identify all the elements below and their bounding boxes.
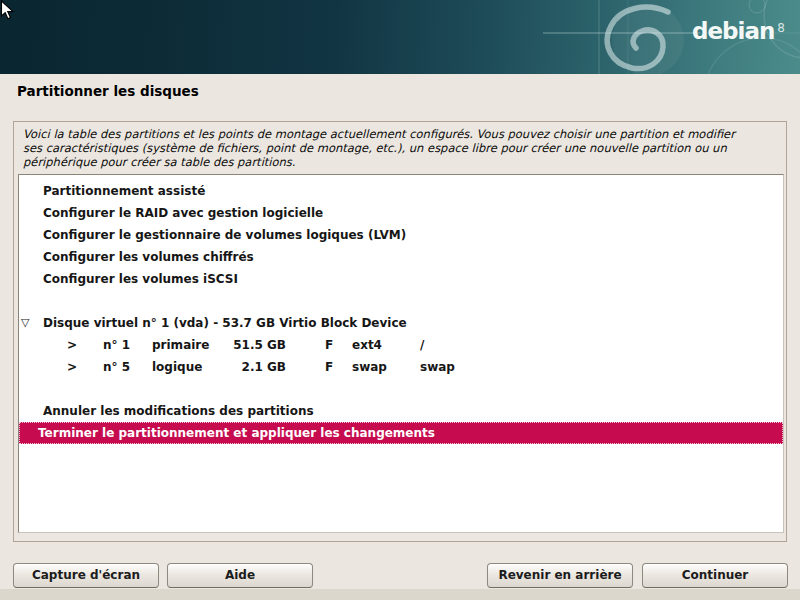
partition-marker-icon: > [67,356,77,378]
mouse-cursor-icon [0,0,16,22]
partition-mountpoint: swap [420,356,455,378]
help-button[interactable]: Aide [167,563,313,588]
go-back-button[interactable]: Revenir en arrière [487,563,633,588]
debian-wordmark: debian8 [692,18,785,44]
partition-number: n° 1 [103,334,130,356]
screenshot-button[interactable]: Capture d'écran [13,563,159,588]
page-title: Partitionner les disques [17,83,199,99]
brand-name: debian [692,18,774,44]
debian-swirl-icon [607,4,684,74]
partition-row-2[interactable]: > n° 5 logique 2.1 GB F swap swap [19,356,783,378]
partition-listbox[interactable]: Partitionnement assisté Configurer le RA… [18,174,784,533]
decorative-ring-small [749,0,765,13]
list-spacer [19,378,783,400]
footer-strip [0,589,800,600]
menu-item-configure-encrypted[interactable]: Configurer les volumes chiffrés [19,246,783,268]
menu-item-configure-lvm[interactable]: Configurer le gestionnaire de volumes lo… [19,224,783,246]
disk-label: Disque virtuel n° 1 (vda) - 53.7 GB Virt… [43,316,407,330]
menu-item-configure-raid[interactable]: Configurer le RAID avec gestion logiciel… [19,202,783,224]
partition-filesystem: swap [352,356,387,378]
banner: debian8 [0,0,800,74]
partition-marker-icon: > [67,334,77,356]
partition-row-1[interactable]: > n° 1 primaire 51.5 GB F ext4 / [19,334,783,356]
expander-triangle-icon[interactable]: ▽ [21,312,37,334]
list-spacer [19,290,783,312]
disk-header-row[interactable]: ▽ Disque virtuel n° 1 (vda) - 53.7 GB Vi… [19,312,783,334]
menu-item-guided-partitioning[interactable]: Partitionnement assisté [19,180,783,202]
brand-version: 8 [777,21,785,35]
menu-item-finish-partitioning[interactable]: Terminer le partitionnement et appliquer… [19,422,783,444]
partition-frame: Voici la table des partitions et les poi… [13,121,787,542]
intro-text: Voici la table des partitions et les poi… [23,128,743,169]
continue-button[interactable]: Continuer [642,563,788,588]
menu-item-configure-iscsi[interactable]: Configurer les volumes iSCSI [19,268,783,290]
partition-number: n° 5 [103,356,130,378]
banner-artwork [0,0,800,74]
partition-size: 2.1 GB [189,356,286,378]
partition-filesystem: ext4 [352,334,382,356]
partition-size: 51.5 GB [189,334,286,356]
partition-format-flag: F [325,356,333,378]
partition-mountpoint: / [420,334,424,356]
menu-item-undo-changes[interactable]: Annuler les modifications des partitions [19,400,783,422]
partition-format-flag: F [325,334,333,356]
